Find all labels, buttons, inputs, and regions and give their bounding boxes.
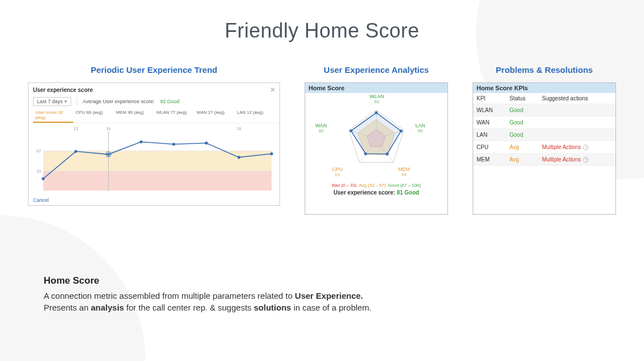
- tab-lan[interactable]: LAN 12 (avg): [235, 108, 275, 123]
- svg-point-15: [139, 140, 142, 143]
- radar-axis-mem: MEM64: [394, 167, 414, 178]
- svg-point-17: [205, 142, 208, 145]
- kpi-name: LAN: [473, 129, 506, 141]
- radar-axis-cpu: CPU63: [327, 167, 347, 178]
- cards-row: Periodic User Experience Trend User expe…: [0, 65, 644, 215]
- svg-text:67: 67: [36, 149, 41, 153]
- radar-axis-wlan: WLAN91: [367, 94, 387, 105]
- table-row: CPUAvgMultiple Actions?: [473, 141, 615, 154]
- line-chart: 3367131418: [33, 126, 275, 198]
- svg-point-16: [172, 143, 175, 146]
- kpi-col-kpi: KPI: [473, 93, 506, 104]
- svg-point-29: [349, 129, 352, 132]
- help-icon[interactable]: ?: [583, 145, 589, 150]
- table-row: WLANGood: [473, 104, 615, 117]
- cancel-link[interactable]: Cancel: [33, 197, 49, 203]
- page-title: Friendly Home Score: [0, 0, 644, 43]
- svg-rect-2: [43, 131, 272, 151]
- svg-rect-1: [43, 151, 272, 171]
- footer-line1-a: A connection metric assembled from multi…: [44, 291, 295, 300]
- svg-point-19: [270, 152, 273, 155]
- table-row: WANGood: [473, 117, 615, 129]
- col-analytics-title: User Experience Analytics: [324, 65, 429, 75]
- radar-card: Home Score WLAN91LAN90MEM64CPU63WAN92 Ba…: [305, 82, 448, 215]
- score-label: User experience score:: [334, 189, 395, 196]
- col-problems: Problems & Resolutions Home Score KPIs K…: [473, 65, 616, 215]
- trend-header: User experience score: [33, 87, 93, 93]
- kpi-status: Good: [506, 129, 539, 141]
- footer-line2-e: in case of a problem.: [291, 303, 371, 312]
- kpi-name: WLAN: [473, 104, 506, 117]
- score-value: 81 Good: [396, 189, 419, 196]
- svg-point-25: [375, 111, 377, 114]
- close-icon[interactable]: ×: [270, 85, 275, 94]
- kpi-col-action: Suggested actions: [539, 93, 615, 104]
- kpi-col-status: Status: [506, 93, 539, 104]
- footer-line2-a: Presents an: [44, 303, 91, 312]
- radar-axis-lan: LAN90: [410, 123, 430, 134]
- legend-good: Good (67 – 100): [388, 183, 421, 188]
- svg-point-27: [386, 152, 389, 155]
- svg-text:13: 13: [73, 127, 78, 131]
- svg-text:18: 18: [237, 127, 241, 131]
- divider: [77, 98, 77, 105]
- tab-cpu[interactable]: CPU 88 (avg): [73, 108, 114, 123]
- kpi-header: Home Score KPIs: [473, 83, 615, 93]
- svg-text:14: 14: [106, 127, 111, 131]
- footer-line2-c: for the call center rep. & suggests: [124, 303, 254, 312]
- svg-point-13: [107, 153, 110, 156]
- col-trend-title: Periodic User Experience Trend: [91, 65, 217, 75]
- footer-line1: A connection metric assembled from multi…: [44, 290, 599, 302]
- radar-legend: Bad (0 – 33) Avg (33 – 67) Good (67 – 10…: [305, 182, 447, 188]
- footer-copy: Home Score A connection metric assembled…: [44, 275, 599, 314]
- kpi-status: Good: [506, 117, 539, 129]
- avg-label: Average User experience score:: [83, 99, 155, 104]
- kpi-name: CPU: [473, 141, 506, 154]
- legend-bad: Bad (0 – 33): [332, 183, 357, 188]
- kpi-status: Good: [506, 104, 539, 117]
- kpi-action: [539, 129, 615, 141]
- kpi-action: [539, 104, 615, 117]
- col-analytics: User Experience Analytics Home Score WLA…: [305, 65, 448, 215]
- tab-wlan[interactable]: WLAN 77 (avg): [154, 108, 194, 123]
- tab-mem[interactable]: MEM 90 (avg): [114, 108, 154, 123]
- footer-line2-d: solutions: [254, 303, 291, 312]
- kpi-action: Multiple Actions?: [539, 141, 615, 154]
- kpi-action: [539, 117, 615, 129]
- footer-line2: Presents an analysis for the call center…: [44, 302, 599, 314]
- kpi-status: Avg: [506, 154, 539, 166]
- action-link[interactable]: Multiple Actions: [542, 144, 581, 150]
- kpi-card: Home Score KPIs KPI Status Suggested act…: [473, 82, 616, 215]
- tab-wan[interactable]: WAN 27 (avg): [194, 108, 235, 123]
- avg-value: 92 Good: [160, 99, 180, 104]
- radar-header: Home Score: [305, 83, 447, 93]
- radar-chart: WLAN91LAN90MEM64CPU63WAN92: [305, 93, 447, 182]
- svg-point-11: [41, 177, 44, 180]
- action-link[interactable]: Multiple Actions: [542, 156, 581, 163]
- kpi-action: Multiple Actions?: [539, 154, 615, 166]
- table-row: LANGood: [473, 129, 615, 141]
- footer-line1-b: User Experience.: [295, 291, 363, 300]
- help-icon[interactable]: ?: [583, 157, 589, 163]
- svg-point-12: [74, 150, 77, 152]
- svg-text:33: 33: [36, 169, 41, 173]
- trend-card: User experience score × Last 7 days Aver…: [28, 82, 280, 206]
- legend-avg: Avg (33 – 67): [359, 183, 386, 188]
- table-row: MEMAvgMultiple Actions?: [473, 154, 615, 166]
- tab-user-score[interactable]: User score 92 (avg): [33, 108, 73, 123]
- kpi-name: WAN: [473, 117, 506, 129]
- kpi-status: Avg: [506, 141, 539, 154]
- radar-score: User experience score: 81 Good: [305, 188, 447, 198]
- period-dropdown[interactable]: Last 7 days: [33, 97, 71, 106]
- kpi-name: MEM: [473, 154, 506, 166]
- footer-line2-b: analysis: [91, 303, 124, 312]
- col-trend: Periodic User Experience Trend User expe…: [28, 65, 280, 215]
- metric-tabs: User score 92 (avg) CPU 88 (avg) MEM 90 …: [29, 108, 279, 123]
- radar-axis-wan: WAN92: [311, 123, 332, 134]
- svg-point-28: [364, 152, 367, 155]
- col-problems-title: Problems & Resolutions: [496, 65, 592, 75]
- kpi-table: KPI Status Suggested actions WLANGoodWAN…: [473, 93, 615, 166]
- svg-point-26: [400, 129, 403, 132]
- footer-heading: Home Score: [44, 275, 599, 286]
- svg-rect-0: [43, 171, 272, 191]
